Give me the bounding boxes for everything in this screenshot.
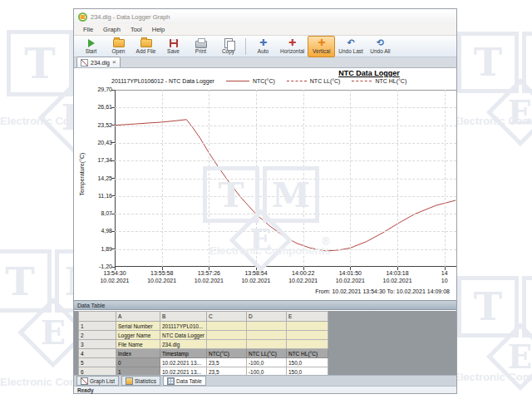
vertical-gridline (445, 90, 446, 267)
toolbar-button-label: Print (195, 48, 206, 54)
chart-title: NTC Data Logger (323, 69, 415, 77)
graph-file-icon (81, 59, 88, 66)
menu-item-tool[interactable]: Tool (126, 26, 147, 33)
toolbar-button-label: Start (86, 48, 97, 54)
x-tick-label: 13:55:5810.02.2021 (139, 269, 185, 284)
table-cell[interactable]: NTC HL(°C) (286, 349, 328, 358)
start-button[interactable]: Start (77, 36, 105, 57)
document-tab-label: 234.dlg (91, 60, 110, 66)
undo-last-button[interactable]: ↶Undo Last (335, 36, 367, 57)
column-header-E[interactable]: E (286, 312, 328, 322)
x-tick-label: 14:01:5010.02.2021 (327, 269, 373, 284)
tme-letter-box: T (457, 32, 519, 93)
app-window: 234.dlg - Data Logger Graph FileGraphToo… (73, 8, 457, 394)
vertical-button[interactable]: ✚Vertical (308, 36, 335, 57)
row-number[interactable]: 1 (79, 322, 116, 331)
column-header-B[interactable]: B (160, 312, 207, 322)
save-button[interactable]: Save (160, 36, 187, 57)
table-cell[interactable] (246, 331, 286, 340)
toolbar-button-label: Undo Last (338, 48, 363, 54)
document-tab[interactable]: 234.dlg × (76, 57, 121, 67)
table-cell[interactable]: 150,0 (286, 358, 328, 367)
screenshot-root: { "window": { "title": "234.dlg - Data L… (0, 0, 532, 399)
table-cell[interactable]: File Name (116, 340, 160, 349)
undo-all-button[interactable]: ⟲Undo All (367, 36, 394, 57)
row-number[interactable]: 4 (79, 349, 116, 358)
table-cell[interactable] (286, 340, 328, 349)
toolbar-separator (245, 38, 246, 55)
bottom-tab-label: Data Table (176, 378, 202, 384)
print-button[interactable]: Print (187, 36, 214, 57)
table-cell[interactable]: 234.dlg (160, 340, 207, 349)
undo-last-icon: ↶ (347, 38, 354, 47)
column-header-A[interactable]: A (116, 312, 160, 322)
x-tick-label: 13:57:2610.02.2021 (185, 269, 232, 284)
table-cell[interactable]: NTC(°C) (206, 349, 246, 358)
table-cell[interactable]: 23,5 (206, 358, 246, 367)
y-tick-label: 20,43 (79, 140, 112, 145)
auto-button[interactable]: ✚Auto (249, 36, 277, 57)
x-tick-label: 13:58:5410.02.2021 (233, 269, 279, 284)
menu-item-help[interactable]: Help (147, 26, 170, 33)
column-header-C[interactable]: C (206, 312, 246, 322)
folder-open-icon (113, 39, 125, 47)
table-cell[interactable]: Serial Number (116, 322, 160, 331)
horizontal-button[interactable]: ✚Horizontal (277, 36, 308, 57)
table-cell[interactable]: NTC Data Logger (160, 331, 207, 340)
cross-auto-icon: ✚ (259, 38, 267, 47)
table-cell[interactable] (286, 331, 328, 340)
horizontal-gridline (115, 214, 456, 214)
row-number[interactable]: 5 (79, 358, 116, 367)
table-cell[interactable] (286, 322, 328, 331)
table-cell[interactable] (246, 340, 286, 349)
table-cell[interactable] (206, 340, 246, 349)
horizontal-gridline (115, 249, 456, 250)
graphlist-icon (81, 377, 88, 385)
horizontal-gridline (115, 231, 456, 232)
data-table-panel-header[interactable]: Data Table (74, 300, 456, 310)
table-cell[interactable]: 201117YPL010... (160, 322, 207, 331)
floppy-icon (170, 38, 178, 47)
copy-button[interactable]: Copy (214, 36, 242, 57)
table-cell[interactable]: NTC LL(°C) (246, 349, 286, 358)
table-cell[interactable]: -100,0 (246, 358, 286, 367)
legend-line-sample (352, 81, 372, 81)
x-tick-label: 1410 (421, 269, 456, 284)
row-number[interactable]: 3 (79, 340, 116, 349)
menu-item-file[interactable]: File (78, 26, 98, 33)
y-tick-label: 23,52 (79, 122, 112, 128)
tab-statistics[interactable]: Statistics (121, 376, 160, 386)
folder-open-icon (113, 38, 125, 47)
menu-item-graph[interactable]: Graph (98, 26, 126, 33)
x-tick-label: 14:03:1810.02.2021 (374, 269, 421, 284)
tme-logo-boxes: TM (456, 30, 532, 95)
toolbar-button-label: Auto (258, 48, 268, 54)
tab-data-table[interactable]: Data Table (163, 376, 206, 386)
table-cell[interactable]: 10.02.2021 13... (160, 358, 207, 367)
tab-close-icon[interactable]: × (112, 59, 116, 66)
play-icon (88, 39, 95, 47)
table-cell[interactable]: 0 (116, 358, 160, 367)
y-tick-label: 29,70 (79, 86, 112, 92)
column-header-D[interactable]: D (246, 312, 286, 322)
tme-logo-watermark: TME® (456, 274, 532, 381)
table-cell[interactable] (246, 322, 286, 331)
table-cell[interactable]: Timestamp (160, 349, 207, 358)
open-button[interactable]: Open (105, 36, 132, 57)
table-row: 2Logger NameNTC Data Logger (79, 331, 328, 340)
vertical-gridline (209, 90, 209, 267)
vertical-gridline (397, 90, 398, 267)
floppy-icon (170, 39, 178, 47)
table-cell[interactable] (206, 322, 246, 331)
tme-watermark-text: Electronic Components (453, 115, 532, 127)
y-tick-label: 14,25 (79, 175, 112, 181)
horizontal-gridline (115, 179, 456, 180)
legend-line-sample (226, 81, 249, 81)
grid-corner-cell[interactable] (79, 312, 116, 322)
add-file-button[interactable]: Add File (132, 36, 160, 57)
table-cell[interactable]: Logger Name (116, 331, 160, 340)
table-cell[interactable]: Index (116, 349, 160, 358)
table-cell[interactable] (206, 331, 246, 340)
row-number[interactable]: 2 (79, 331, 116, 340)
tab-graph-list[interactable]: Graph List (76, 376, 119, 386)
